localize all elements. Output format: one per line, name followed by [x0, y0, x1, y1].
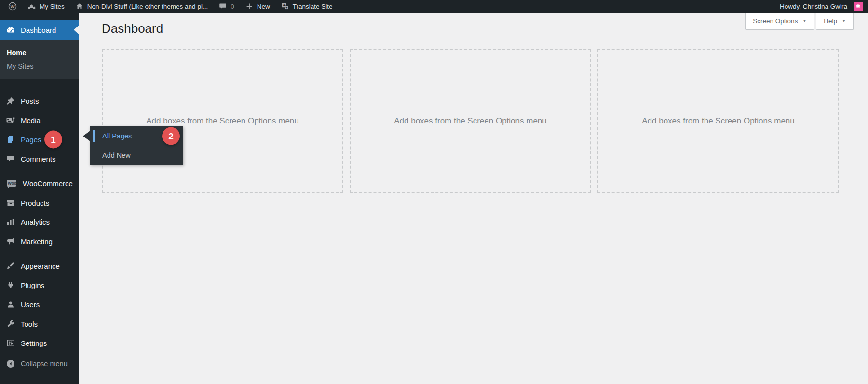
flyout-item-label: All Pages	[102, 132, 132, 140]
sidebar-item-label: Marketing	[21, 237, 53, 246]
sidebar-item-products[interactable]: Products	[0, 193, 79, 212]
admin-bar: W My Sites Non-Divi Stuff (Like other th…	[0, 0, 868, 13]
dashboard-submenu: Home My Sites	[0, 40, 79, 79]
comments-menu[interactable]: 0	[213, 0, 240, 13]
comment-bubble-icon	[218, 2, 227, 11]
empty-widget-column-1: Add boxes from the Screen Options menu	[102, 49, 343, 193]
comments-icon	[6, 154, 15, 164]
sidebar-item-label: Media	[21, 116, 41, 124]
pushpin-icon	[6, 96, 15, 106]
sidebar-item-label: WooCommerce	[23, 179, 73, 188]
plug-icon	[6, 280, 15, 290]
sidebar-item-label: Pages	[21, 136, 41, 144]
site-name-menu[interactable]: Non-Divi Stuff (Like other themes and pl…	[70, 0, 213, 13]
sidebar-item-users[interactable]: Users	[0, 295, 79, 314]
sidebar-item-analytics[interactable]: Analytics	[0, 212, 79, 232]
wrench-icon	[6, 319, 15, 329]
step-annotation-1: 1	[44, 131, 62, 149]
sidebar-item-label: Settings	[21, 339, 47, 347]
sidebar-item-pages[interactable]: Pages 1	[0, 130, 79, 149]
sidebar-item-plugins[interactable]: Plugins	[0, 275, 79, 295]
account-menu[interactable]: Howdy, Christina Gwira ✱	[774, 0, 868, 13]
sidebar-subitem-home[interactable]: Home	[0, 46, 79, 59]
translate-icon: A ✦	[281, 2, 289, 11]
bar-chart-icon	[6, 217, 15, 227]
sidebar-item-settings[interactable]: Settings	[0, 333, 79, 353]
megaphone-icon	[6, 236, 15, 246]
collapse-arrow-icon	[6, 359, 15, 369]
admin-bar-left: W My Sites Non-Divi Stuff (Like other th…	[3, 0, 338, 13]
help-button[interactable]: Help ▼	[816, 13, 854, 30]
my-sites-label: My Sites	[40, 3, 65, 10]
settings-sliders-icon	[6, 338, 15, 348]
woocommerce-icon: Woo	[7, 180, 16, 187]
sidebar-item-label: Users	[21, 301, 40, 309]
wordpress-logo-menu[interactable]: W	[3, 0, 22, 13]
sidebar-item-label: Comments	[21, 155, 56, 163]
sidebar-subitem-my-sites[interactable]: My Sites	[0, 59, 79, 73]
media-icon	[6, 115, 15, 125]
sidebar-item-label: Posts	[21, 97, 39, 105]
products-box-icon	[6, 198, 15, 207]
sidebar-item-media[interactable]: Media	[0, 110, 79, 130]
empty-column-placeholder: Add boxes from the Screen Options menu	[146, 116, 299, 126]
sidebar-item-label: Dashboard	[21, 26, 56, 34]
svg-text:W: W	[11, 4, 15, 9]
avatar: ✱	[854, 2, 863, 11]
sidebar-item-appearance[interactable]: Appearance	[0, 256, 79, 275]
sidebar-item-label: Tools	[21, 320, 38, 328]
site-name-label: Non-Divi Stuff (Like other themes and pl…	[87, 3, 208, 10]
multisite-icon	[27, 2, 36, 11]
sidebar-item-label: Analytics	[21, 218, 50, 226]
user-icon	[6, 300, 15, 309]
chevron-down-icon: ▼	[842, 19, 846, 23]
collapse-menu-label: Collapse menu	[21, 360, 68, 368]
sidebar-item-label: Appearance	[21, 262, 60, 270]
chevron-down-icon: ▼	[802, 19, 806, 23]
pages-flyout-submenu: All Pages 2 Add New	[90, 126, 183, 165]
paintbrush-icon	[6, 261, 15, 271]
new-label: New	[257, 3, 270, 10]
sidebar-item-woocommerce[interactable]: Woo WooCommerce	[0, 174, 79, 193]
screen-meta-links: Screen Options ▼ Help ▼	[745, 13, 854, 30]
comment-count: 0	[231, 3, 234, 10]
collapse-menu-button[interactable]: Collapse menu	[0, 354, 79, 373]
sidebar-item-dashboard[interactable]: Dashboard	[0, 20, 79, 40]
sidebar-item-tools[interactable]: Tools	[0, 314, 79, 333]
translate-site-menu[interactable]: A ✦ Translate Site	[275, 0, 338, 13]
wordpress-logo-icon: W	[8, 2, 17, 11]
flyout-item-add-new[interactable]: Add New	[90, 146, 183, 165]
home-icon	[75, 2, 84, 11]
admin-sidebar: Dashboard Home My Sites Posts Media Page…	[0, 13, 79, 384]
sidebar-item-comments[interactable]: Comments	[0, 149, 79, 168]
sidebar-item-label: Plugins	[21, 281, 44, 289]
sidebar-item-marketing[interactable]: Marketing	[0, 232, 79, 251]
screen-options-button[interactable]: Screen Options ▼	[745, 13, 814, 30]
plus-icon	[245, 2, 254, 11]
flyout-item-label: Add New	[102, 151, 131, 159]
howdy-label: Howdy, Christina Gwira	[780, 3, 847, 10]
step-annotation-2: 2	[162, 127, 180, 145]
dashboard-gauge-icon	[6, 25, 15, 35]
sidebar-item-posts[interactable]: Posts	[0, 91, 79, 110]
admin-bar-right: Howdy, Christina Gwira ✱	[774, 0, 868, 13]
sidebar-item-label: Products	[21, 199, 49, 207]
page-title: Dashboard	[102, 21, 163, 36]
dashboard-widget-columns: Add boxes from the Screen Options menu A…	[102, 49, 839, 193]
svg-text:✦: ✦	[285, 6, 287, 9]
help-label: Help	[824, 17, 837, 25]
empty-column-placeholder: Add boxes from the Screen Options menu	[642, 116, 795, 126]
pages-icon	[6, 135, 15, 144]
empty-column-placeholder: Add boxes from the Screen Options menu	[394, 116, 547, 126]
flyout-item-all-pages[interactable]: All Pages 2	[90, 126, 183, 146]
screen-options-label: Screen Options	[753, 17, 798, 25]
empty-widget-column-3: Add boxes from the Screen Options menu	[597, 49, 839, 193]
translate-label: Translate Site	[293, 3, 333, 10]
new-content-menu[interactable]: New	[240, 0, 275, 13]
my-sites-menu[interactable]: My Sites	[22, 0, 70, 13]
empty-widget-column-2: Add boxes from the Screen Options menu	[350, 49, 591, 193]
